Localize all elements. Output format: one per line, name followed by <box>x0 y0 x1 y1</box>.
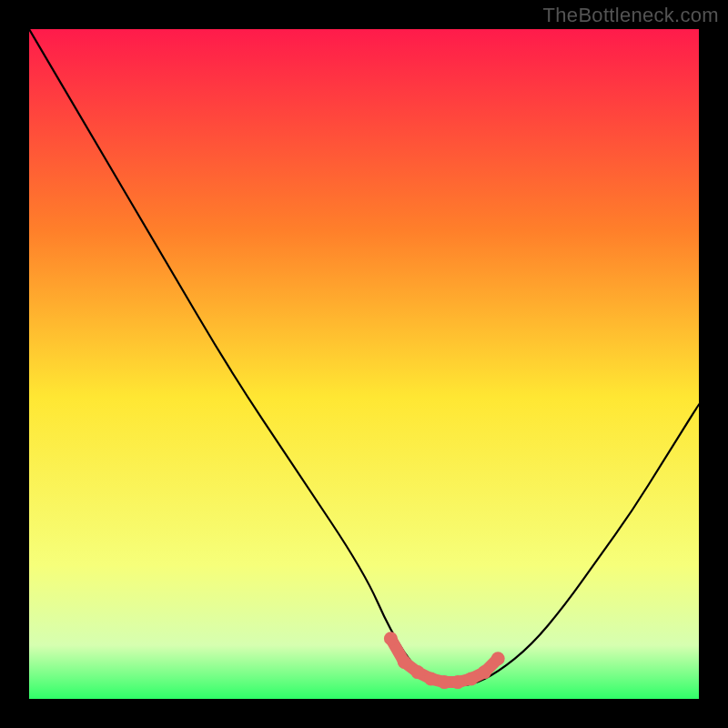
optimal-marker <box>384 632 398 645</box>
optimal-marker <box>451 675 465 689</box>
plot-background <box>29 29 699 699</box>
optimal-marker <box>398 655 411 669</box>
plot-area <box>29 29 699 699</box>
optimal-marker <box>464 672 478 685</box>
plot-svg <box>29 29 699 699</box>
watermark-text: TheBottleneck.com <box>543 4 719 27</box>
optimal-marker <box>424 672 438 685</box>
optimal-marker <box>491 652 505 665</box>
chart-frame: TheBottleneck.com <box>0 0 728 728</box>
optimal-marker <box>478 665 491 679</box>
optimal-marker <box>410 665 424 679</box>
optimal-marker <box>438 675 451 689</box>
